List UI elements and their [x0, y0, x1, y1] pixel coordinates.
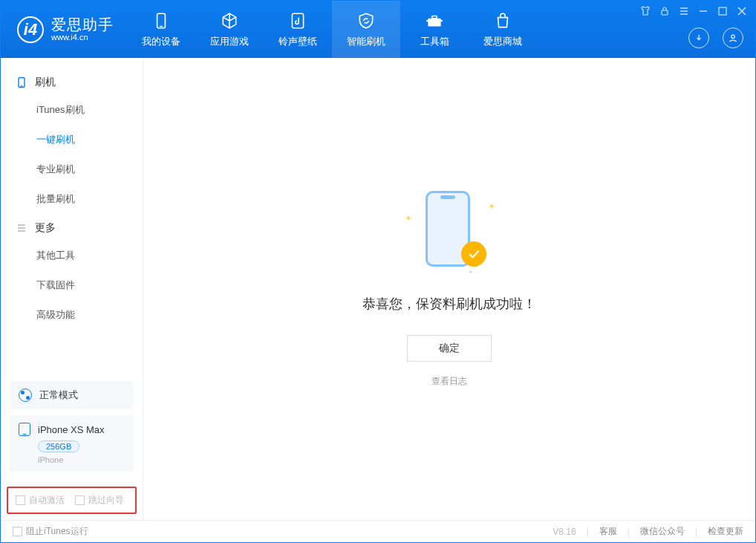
device-type: iPhone: [38, 455, 125, 464]
ok-button[interactable]: 确定: [407, 335, 492, 362]
section-flash: 刷机: [1, 68, 143, 95]
device-capacity: 256GB: [38, 440, 79, 452]
checkbox-label: 阻止iTunes运行: [26, 525, 88, 538]
shield-sync-icon: [356, 11, 376, 30]
success-illustration: ✦ ✦ ✦: [397, 191, 501, 273]
toolbox-icon: [425, 11, 444, 30]
tab-label: 爱思商城: [483, 35, 522, 48]
device-icon: [151, 11, 171, 30]
close-icon[interactable]: [736, 5, 748, 17]
mode-label: 正常模式: [39, 388, 78, 402]
app-url: www.i4.cn: [51, 33, 114, 42]
shirt-icon[interactable]: [639, 5, 651, 17]
titlebar-controls: [639, 5, 748, 17]
menu-icon[interactable]: [678, 5, 690, 17]
cube-icon: [220, 11, 239, 30]
tab-smart-flash[interactable]: 智能刷机: [332, 1, 400, 58]
phone-outline-icon: [16, 77, 27, 88]
tab-label: 我的设备: [142, 35, 180, 48]
footer-link-update[interactable]: 检查更新: [708, 525, 743, 538]
sidebar-item-advanced[interactable]: 高级功能: [1, 300, 143, 330]
tab-label: 应用游戏: [210, 35, 249, 48]
checkbox-block-itunes[interactable]: 阻止iTunes运行: [13, 525, 88, 538]
sidebar-item-batch-flash[interactable]: 批量刷机: [1, 184, 143, 214]
svg-rect-4: [432, 16, 437, 18]
svg-rect-3: [428, 18, 440, 26]
status-bar: 阻止iTunes运行 V8.16 | 客服 | 微信公众号 | 检查更新: [1, 520, 755, 542]
sidebar: 刷机 iTunes刷机 一键刷机 专业刷机 批量刷机 更多 其他工具 下载固件 …: [1, 58, 143, 520]
section-title: 更多: [35, 221, 56, 235]
view-log-link[interactable]: 查看日志: [431, 375, 467, 388]
sidebar-item-pro-flash[interactable]: 专业刷机: [1, 155, 143, 184]
tab-label: 智能刷机: [347, 35, 385, 48]
main-tabs: 我的设备 应用游戏 铃声壁纸 智能刷机 工具箱 爱思商城: [127, 1, 537, 58]
mode-box[interactable]: 正常模式: [10, 381, 134, 409]
tab-apps-games[interactable]: 应用游戏: [195, 1, 264, 58]
music-file-icon: [288, 11, 307, 30]
tab-toolbox[interactable]: 工具箱: [400, 1, 469, 58]
device-name: iPhone XS Max: [38, 424, 105, 435]
svg-rect-11: [719, 7, 726, 15]
version-label: V8.16: [553, 527, 576, 537]
maximize-icon[interactable]: [717, 5, 729, 17]
svg-point-14: [731, 35, 734, 38]
download-button[interactable]: [688, 27, 709, 48]
svg-rect-5: [426, 19, 443, 21]
section-more: 更多: [1, 214, 143, 241]
sparkle-icon: ✦: [405, 213, 412, 224]
main-content: ✦ ✦ ✦ 恭喜您，保资料刷机成功啦！ 确定 查看日志: [143, 58, 755, 520]
checkbox-label: 跳过向导: [88, 494, 124, 507]
sidebar-item-download-firmware[interactable]: 下载固件: [1, 270, 143, 300]
device-box[interactable]: iPhone XS Max 256GB iPhone: [10, 415, 134, 472]
minimize-icon[interactable]: [697, 5, 709, 17]
header-actions: [688, 27, 743, 48]
mode-icon: [19, 388, 32, 402]
sidebar-item-itunes-flash[interactable]: iTunes刷机: [1, 95, 143, 125]
lock-icon[interactable]: [659, 5, 671, 17]
user-button[interactable]: [723, 27, 743, 48]
checkbox-auto-activate[interactable]: 自动激活: [16, 494, 65, 507]
success-message: 恭喜您，保资料刷机成功啦！: [362, 295, 536, 313]
app-header: i4 爱思助手 www.i4.cn 我的设备 应用游戏 铃声壁纸 智能刷机 工具…: [1, 1, 755, 58]
footer-link-wechat[interactable]: 微信公众号: [640, 525, 685, 538]
bag-icon: [493, 11, 512, 30]
sidebar-item-oneclick-flash[interactable]: 一键刷机: [1, 125, 143, 155]
tab-label: 铃声壁纸: [278, 35, 317, 48]
tab-my-device[interactable]: 我的设备: [127, 1, 195, 58]
tab-store[interactable]: 爱思商城: [469, 1, 537, 58]
flash-options-box: 自动激活 跳过向导: [7, 487, 137, 514]
checkbox-skip-guide[interactable]: 跳过向导: [75, 494, 124, 507]
footer-link-support[interactable]: 客服: [599, 525, 617, 538]
app-logo: i4 爱思助手 www.i4.cn: [1, 1, 127, 58]
checkbox-label: 自动激活: [29, 494, 65, 507]
section-title: 刷机: [35, 76, 56, 89]
sparkle-icon: ✦: [488, 201, 495, 212]
tab-label: 工具箱: [420, 35, 449, 48]
app-name: 爱思助手: [51, 16, 114, 33]
list-icon: [16, 222, 27, 234]
svg-rect-2: [292, 13, 303, 28]
tab-ringtones[interactable]: 铃声壁纸: [264, 1, 332, 58]
svg-rect-6: [662, 10, 668, 15]
check-badge-icon: [461, 241, 486, 267]
device-phone-icon: [19, 423, 30, 436]
sidebar-item-other-tools[interactable]: 其他工具: [1, 241, 143, 270]
logo-icon: i4: [17, 16, 44, 43]
sparkle-icon: ✦: [468, 269, 473, 276]
